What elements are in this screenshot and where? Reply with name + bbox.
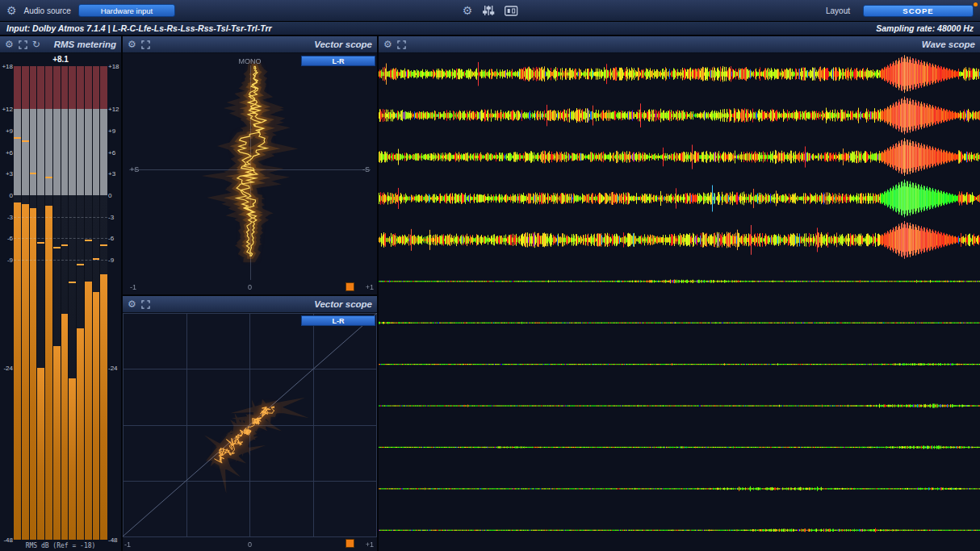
meter-bar-Lfe [37, 66, 44, 540]
wave-settings-gear-icon[interactable]: ⚙ [383, 40, 392, 49]
x-zero-label: 0 [248, 283, 252, 291]
vector-bottom-clip-indicator[interactable] [346, 539, 354, 548]
rms-scale-left: +18+12+9+6+30-3-6-9-24-48 [0, 66, 14, 540]
meter-bar-Ls [45, 66, 52, 540]
scale-tick: 0 [107, 192, 121, 199]
x-zero-label: 0 [248, 541, 252, 549]
rms-fullscreen-icon[interactable] [19, 40, 27, 49]
scale-tick: +3 [0, 170, 14, 177]
minus-s-label: -S [362, 165, 370, 173]
x-max-label: +1 [366, 541, 374, 549]
meter-bar-Lss [61, 66, 69, 540]
rms-footer-label: RMS dB (Ref = -18) [0, 540, 121, 551]
rms-peak-readout: +8.1 [0, 53, 121, 65]
meter-bar-Trl [93, 66, 100, 540]
layout-button[interactable]: Layout [826, 6, 850, 15]
audio-analyzer-app: ⚙ Audio source Hardware input ⚙ Layout S… [0, 0, 980, 551]
scale-tick: -6 [107, 235, 121, 242]
scope-button[interactable]: SCOPE [863, 5, 974, 17]
meter-bar-Rss [69, 66, 76, 540]
scale-tick: +6 [0, 148, 14, 156]
settings-gear-icon[interactable]: ⚙ [463, 5, 473, 16]
panel-grid: ⚙ ↻ RMS metering +8.1 +18+12+9+6+30-3-6-… [0, 36, 980, 551]
scale-tick: -9 [0, 257, 14, 264]
meter-bar-Tsl [77, 66, 84, 540]
vector-top-title: Vector scope [314, 40, 372, 49]
io-monitor-icon[interactable] [504, 6, 517, 16]
input-format-label: Input: Dolby Atmos 7.1.4 | L-R-C-Lfe-Ls-… [6, 23, 272, 33]
scale-tick: -48 [0, 536, 14, 544]
scale-tick: -3 [0, 213, 14, 220]
scale-tick: +12 [0, 106, 14, 113]
x-min-label: -1 [124, 541, 131, 549]
meter-bar-C [30, 66, 37, 540]
scale-tick: -24 [0, 364, 14, 371]
vector-bottom-title: Vector scope [314, 299, 372, 309]
meter-bar-R [22, 66, 29, 540]
vector-top-body: MONO +S -S -1 0 +1 L-R [123, 53, 377, 294]
rms-metering-panel: ⚙ ↻ RMS metering +8.1 +18+12+9+6+30-3-6-… [0, 36, 121, 551]
wave-display [379, 53, 980, 551]
vector-bottom-header: ⚙ Vector scope [123, 296, 377, 313]
vector-top-mode-button[interactable]: L-R [301, 56, 375, 66]
scale-tick: +3 [107, 170, 121, 177]
vector-bottom-fullscreen-icon[interactable] [141, 300, 150, 309]
channel-sliders-icon[interactable] [482, 5, 494, 16]
vector-bottom-mode-button[interactable]: L-R [301, 315, 375, 326]
x-min-label: -1 [130, 283, 136, 291]
x-max-label: +1 [366, 283, 374, 291]
rms-settings-gear-icon[interactable]: ⚙ [5, 40, 14, 49]
rms-meter: +18+12+9+6+30-3-6-9-24-48 +18+12+9+6+30-… [0, 65, 121, 540]
wave-scope-panel: ⚙ Wave scope [379, 36, 980, 551]
scale-tick: -24 [107, 364, 121, 371]
wave-panel-body [379, 53, 980, 551]
meter-bar-Trr [100, 66, 107, 540]
scale-tick: +18 [107, 63, 121, 70]
rms-meter-bars [14, 66, 107, 540]
rms-panel-title: RMS metering [54, 40, 116, 49]
vector-bottom-display [123, 313, 377, 551]
scale-tick: +12 [107, 106, 121, 113]
audio-source-label: Audio source [24, 6, 71, 15]
audio-source-gear-icon[interactable]: ⚙ [6, 5, 17, 16]
vector-top-header: ⚙ Vector scope [123, 36, 377, 53]
vector-bottom-settings-gear-icon[interactable]: ⚙ [128, 299, 136, 309]
plus-s-label: +S [130, 165, 139, 173]
scale-tick: -48 [107, 536, 121, 544]
meter-bar-Tsr [85, 66, 92, 540]
scale-tick: +9 [107, 127, 121, 135]
mono-label: MONO [239, 57, 262, 65]
scale-tick: -9 [107, 257, 121, 264]
scale-tick: 0 [0, 192, 14, 199]
meter-bar-L [14, 66, 21, 540]
wave-fullscreen-icon[interactable] [397, 40, 406, 49]
scale-tick: -3 [107, 213, 121, 220]
vector-top-fullscreen-icon[interactable] [141, 40, 150, 49]
vector-bottom-body: -1 0 +1 L-R [123, 313, 377, 551]
rms-reset-icon[interactable]: ↻ [32, 40, 40, 49]
vector-scope-panel-bottom: ⚙ Vector scope -1 0 +1 L-R [123, 296, 377, 551]
rms-scale-right: +18+12+9+6+30-3-6-9-24-48 [107, 66, 121, 540]
hardware-input-button[interactable]: Hardware input [78, 4, 175, 17]
infobar: Input: Dolby Atmos 7.1.4 | L-R-C-Lfe-Ls-… [0, 22, 980, 36]
scale-tick: -6 [0, 235, 14, 242]
rms-panel-body: +8.1 +18+12+9+6+30-3-6-9-24-48 +18+12+9+… [0, 53, 121, 551]
vector-top-settings-gear-icon[interactable]: ⚙ [128, 40, 136, 49]
rms-panel-header: ⚙ ↻ RMS metering [0, 36, 121, 53]
wave-panel-header: ⚙ Wave scope [379, 36, 980, 53]
topbar: ⚙ Audio source Hardware input ⚙ Layout S… [0, 0, 980, 22]
vector-scope-panel-top: ⚙ Vector scope MONO +S -S -1 0 +1 L-R [123, 36, 377, 294]
wave-panel-title: Wave scope [922, 40, 975, 49]
vector-top-display [123, 53, 377, 294]
sampling-rate-label: Sampling rate: 48000 Hz [876, 23, 974, 33]
vector-top-clip-indicator[interactable] [346, 282, 354, 291]
meter-bar-Rs [53, 66, 61, 540]
scale-tick: +6 [107, 148, 121, 156]
scale-tick: +18 [0, 63, 14, 70]
notification-dot [974, 2, 978, 6]
scale-tick: +9 [0, 127, 14, 135]
